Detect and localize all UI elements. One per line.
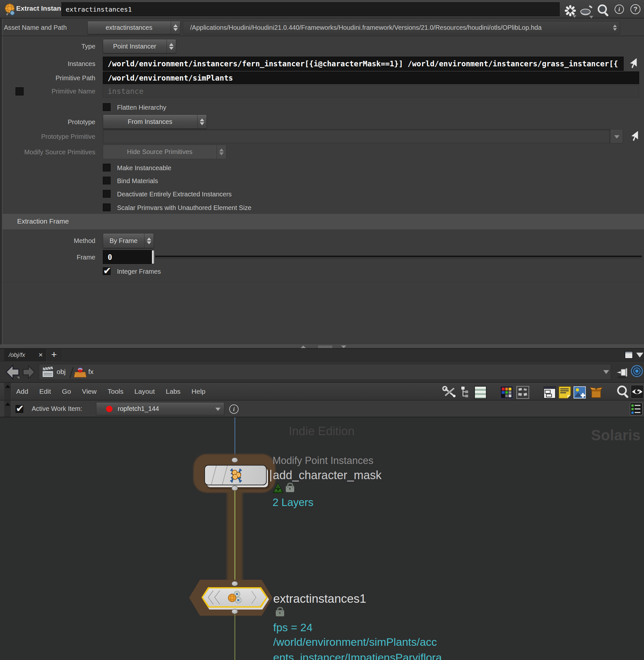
- sticky-note-icon[interactable]: [558, 386, 571, 399]
- primitive-path-input[interactable]: /world/environment/simPlants: [103, 71, 639, 84]
- spinner-icon[interactable]: [166, 40, 176, 53]
- spinner-icon[interactable]: [216, 145, 226, 159]
- node2-body[interactable]: [201, 587, 268, 608]
- list-view-icon[interactable]: [474, 386, 487, 399]
- splitter-down-arrow[interactable]: [341, 346, 346, 348]
- add-image-icon[interactable]: [573, 386, 586, 399]
- breadcrumb-fx[interactable]: fx: [88, 368, 93, 376]
- breadcrumb-dropdown-arrow[interactable]: [603, 370, 609, 374]
- menu-tools[interactable]: Tools: [108, 388, 123, 395]
- make-instanceable-label: Make Instanceable: [117, 164, 171, 172]
- prototype-dropdown[interactable]: From Instances: [103, 114, 207, 129]
- prototype-primitive-menu-button[interactable]: [610, 129, 623, 143]
- extraction-frame-section-header[interactable]: Extraction Frame: [3, 214, 644, 229]
- frame-input[interactable]: 0: [103, 250, 152, 264]
- shapes-icon[interactable]: [516, 386, 529, 399]
- node1-body[interactable]: [204, 465, 267, 485]
- node2-name-label[interactable]: extractinstances1: [273, 592, 366, 606]
- menu-add[interactable]: Add: [16, 388, 28, 395]
- cook-pan-icon[interactable]: [580, 4, 593, 18]
- spinner-icon[interactable]: [171, 21, 180, 34]
- node-name-input[interactable]: extractinstances1: [62, 2, 560, 16]
- spinner-icon[interactable]: [197, 115, 207, 128]
- node2-input-connector[interactable]: [231, 581, 238, 586]
- network-breadcrumb[interactable]: obj fx: [39, 364, 611, 380]
- hierarchy-icon[interactable]: [461, 386, 471, 398]
- scalar-primvars-label: Scalar Primvars with Unauthored Element …: [117, 204, 252, 212]
- breadcrumb-obj[interactable]: obj: [56, 368, 66, 376]
- indie-edition-watermark: Indie Edition: [289, 424, 355, 438]
- method-dropdown[interactable]: By Frame: [103, 233, 154, 248]
- primitive-name-input[interactable]: instance: [103, 85, 639, 97]
- node1-output-connector[interactable]: [231, 486, 238, 491]
- search-icon[interactable]: [597, 4, 610, 18]
- new-tab-button[interactable]: +: [47, 349, 62, 361]
- node1-name-label[interactable]: add_character_mask: [273, 468, 382, 482]
- wire-node1-node2[interactable]: [234, 488, 235, 582]
- search-network-icon[interactable]: [616, 385, 630, 399]
- primitive-name-label: Primitive Name: [0, 88, 95, 95]
- frame-slider-handle[interactable]: [152, 250, 155, 264]
- scalar-primvars-checkbox[interactable]: [102, 203, 111, 212]
- splitter-grip[interactable]: [318, 346, 333, 348]
- prototype-primitive-input[interactable]: [103, 129, 610, 143]
- work-item-info-icon[interactable]: i: [229, 404, 238, 414]
- info-icon[interactable]: i: [615, 4, 624, 14]
- tools-icon[interactable]: [442, 386, 457, 398]
- pane-splitter[interactable]: [0, 345, 644, 349]
- menu-layout[interactable]: Layout: [135, 388, 155, 395]
- spinner-icon[interactable]: [144, 234, 154, 248]
- node2-output-connector[interactable]: [231, 609, 238, 614]
- network-menu-bar: Add Edit Go View Tools Layout Labs Help: [0, 383, 644, 400]
- help-icon[interactable]: ?: [630, 4, 640, 14]
- menu-help[interactable]: Help: [191, 388, 205, 395]
- pane-collapse-handle[interactable]: [4, 383, 11, 400]
- modify-source-primitives-dropdown[interactable]: Hide Source Primitives: [103, 145, 226, 159]
- network-canvas[interactable]: Indie Edition Solaris: [0, 417, 644, 660]
- tab-obj-fx[interactable]: /obj/fx ✕: [4, 349, 47, 361]
- work-item-dropdown[interactable]: ropfetch1_144: [96, 402, 224, 415]
- package-box-icon[interactable]: [589, 386, 603, 399]
- reselect-arrow-icon[interactable]: [626, 57, 639, 69]
- flatten-hierarchy-checkbox[interactable]: [102, 103, 111, 111]
- type-dropdown[interactable]: Point Instancer: [103, 39, 176, 53]
- node1-name-cursor: [270, 470, 271, 481]
- asset-path-field[interactable]: /Applications/Houdini/Houdini21.0.440/Fr…: [183, 21, 620, 34]
- node1-input-connector[interactable]: [231, 458, 238, 463]
- spinner-icon[interactable]: [611, 21, 619, 34]
- asset-name-dropdown[interactable]: extractinstances: [87, 21, 180, 34]
- pane-collapse-handle[interactable]: [4, 400, 11, 417]
- active-work-item-checkbox[interactable]: [15, 405, 24, 413]
- wire-input[interactable]: [234, 417, 235, 458]
- network-tab-bar: /obj/fx ✕ +: [0, 349, 644, 361]
- tab-close-icon[interactable]: ✕: [39, 352, 43, 358]
- splitter-up-arrow[interactable]: [301, 346, 306, 348]
- follow-target-icon[interactable]: [630, 365, 643, 378]
- bind-materials-checkbox[interactable]: [102, 176, 111, 185]
- color-palette-icon[interactable]: [500, 386, 513, 399]
- integer-frames-checkbox[interactable]: [102, 267, 111, 275]
- asset-name-path-row: Asset Name and Path extractinstances /Ap…: [0, 19, 644, 36]
- back-arrow-icon[interactable]: [5, 364, 20, 380]
- gear-dropdown-arrow[interactable]: [573, 15, 576, 18]
- reselect-arrow-icon[interactable]: [628, 130, 640, 142]
- menu-view[interactable]: View: [82, 388, 97, 395]
- visibility-eye-icon[interactable]: [630, 385, 644, 399]
- modify-source-primitives-label: Modify Source Primitives: [0, 149, 95, 156]
- wire-output[interactable]: [234, 614, 235, 660]
- menu-labs[interactable]: Labs: [166, 388, 181, 395]
- layout-windows-icon[interactable]: [543, 386, 556, 399]
- pan-dropdown-arrow[interactable]: [589, 16, 593, 18]
- pin-icon[interactable]: [615, 365, 630, 380]
- menu-go[interactable]: Go: [62, 388, 71, 395]
- make-instanceable-checkbox[interactable]: [102, 163, 111, 172]
- pane-menu-arrow[interactable]: [636, 353, 643, 357]
- deactivate-extracted-checkbox[interactable]: [102, 190, 111, 198]
- forward-arrow-icon[interactable]: [22, 365, 36, 380]
- menu-edit[interactable]: Edit: [39, 388, 51, 395]
- task-list-icon[interactable]: [630, 402, 643, 415]
- instances-input[interactable]: /world/environment/instancers/fern_insta…: [103, 57, 624, 71]
- pane-window-icon[interactable]: [625, 351, 633, 359]
- frame-slider-track[interactable]: [155, 256, 642, 257]
- node2-lock-icon: [276, 610, 284, 616]
